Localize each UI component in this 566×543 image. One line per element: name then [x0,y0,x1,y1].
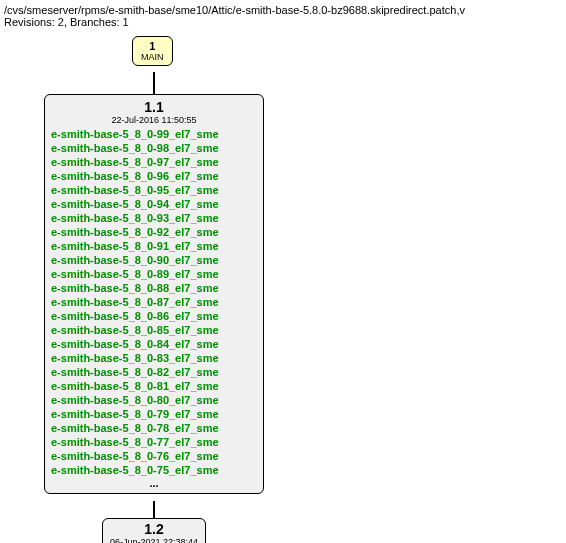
tag-label: e-smith-base-5_8_0-96_el7_sme [51,169,257,183]
tag-label: e-smith-base-5_8_0-95_el7_sme [51,183,257,197]
tag-ellipsis: ... [51,477,257,489]
tag-label: e-smith-base-5_8_0-88_el7_sme [51,281,257,295]
tag-label: e-smith-base-5_8_0-84_el7_sme [51,337,257,351]
connector-line [153,72,155,94]
branch-number: 1 [141,40,164,52]
tag-label: e-smith-base-5_8_0-83_el7_sme [51,351,257,365]
cvs-graph: 1 MAIN 1.1 22-Jul-2016 11:50:55 e-smith-… [4,36,564,543]
revisions-summary: Revisions: 2, Branches: 1 [4,16,562,28]
tag-label: e-smith-base-5_8_0-90_el7_sme [51,253,257,267]
tag-label: e-smith-base-5_8_0-92_el7_sme [51,225,257,239]
tag-label: e-smith-base-5_8_0-78_el7_sme [51,421,257,435]
tag-label: e-smith-base-5_8_0-91_el7_sme [51,239,257,253]
tag-label: e-smith-base-5_8_0-86_el7_sme [51,309,257,323]
tag-label: e-smith-base-5_8_0-97_el7_sme [51,155,257,169]
revision-1-1-node[interactable]: 1.1 22-Jul-2016 11:50:55 e-smith-base-5_… [44,94,264,494]
cvs-path: /cvs/smeserver/rpms/e-smith-base/sme10/A… [4,4,562,16]
revision-date: 06-Jun-2021 22:38:44 [107,537,201,543]
tag-label: e-smith-base-5_8_0-75_el7_sme [51,463,257,477]
tag-label: e-smith-base-5_8_0-93_el7_sme [51,211,257,225]
branch-main-node[interactable]: 1 MAIN [132,36,173,66]
revision-number: 1.1 [51,99,257,115]
revision-date: 22-Jul-2016 11:50:55 [51,115,257,125]
branch-label: MAIN [141,52,164,62]
connector-line [153,501,155,518]
tag-label: e-smith-base-5_8_0-77_el7_sme [51,435,257,449]
tag-label: e-smith-base-5_8_0-82_el7_sme [51,365,257,379]
tag-label: e-smith-base-5_8_0-99_el7_sme [51,127,257,141]
tag-list: e-smith-base-5_8_0-99_el7_smee-smith-bas… [51,127,257,477]
tag-label: e-smith-base-5_8_0-94_el7_sme [51,197,257,211]
tag-label: e-smith-base-5_8_0-85_el7_sme [51,323,257,337]
revision-1-2-node[interactable]: 1.2 06-Jun-2021 22:38:44 [102,518,206,543]
tag-label: e-smith-base-5_8_0-87_el7_sme [51,295,257,309]
tag-label: e-smith-base-5_8_0-76_el7_sme [51,449,257,463]
tag-label: e-smith-base-5_8_0-81_el7_sme [51,379,257,393]
revision-number: 1.2 [107,521,201,537]
tag-label: e-smith-base-5_8_0-80_el7_sme [51,393,257,407]
tag-label: e-smith-base-5_8_0-79_el7_sme [51,407,257,421]
tag-label: e-smith-base-5_8_0-98_el7_sme [51,141,257,155]
tag-label: e-smith-base-5_8_0-89_el7_sme [51,267,257,281]
